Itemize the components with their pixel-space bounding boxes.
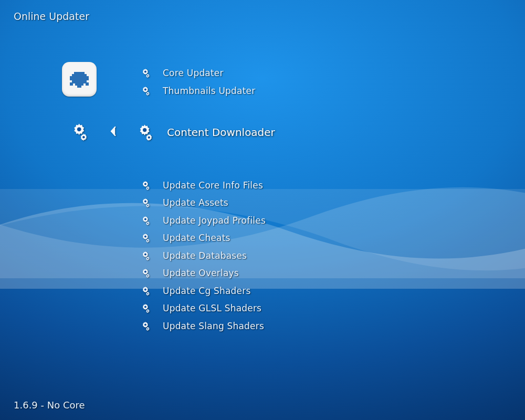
chevron-left-icon	[109, 125, 118, 138]
menu-item-label: Update Slang Shaders	[163, 321, 264, 331]
gear-icon	[134, 123, 153, 142]
menu-item-label: Thumbnails Updater	[163, 86, 255, 96]
menu-item-update-databases[interactable]: Update Databases	[140, 247, 266, 265]
status-bar: 1.6.9 - No Core	[14, 400, 85, 411]
gear-icon	[140, 68, 150, 78]
retroarch-invader-icon	[67, 69, 92, 90]
gear-icon	[140, 303, 150, 313]
menu-item-thumbnails-updater[interactable]: Thumbnails Updater	[140, 82, 255, 100]
menu-item-core-updater[interactable]: Core Updater	[140, 64, 255, 82]
menu-item-update-assets[interactable]: Update Assets	[140, 194, 266, 212]
menu-item-label: Update GLSL Shaders	[163, 303, 261, 313]
gear-icon	[140, 86, 150, 96]
menu-group-bottom: Update Core Info Files Update Assets Upd…	[140, 176, 266, 335]
app-tile	[62, 62, 97, 97]
menu-item-label: Update Cg Shaders	[163, 286, 251, 296]
gear-icon	[140, 233, 150, 243]
menu-item-label: Core Updater	[163, 68, 224, 78]
menu-item-update-cg-shaders[interactable]: Update Cg Shaders	[140, 282, 266, 300]
gear-icon	[140, 321, 150, 331]
menu-item-update-glsl-shaders[interactable]: Update GLSL Shaders	[140, 300, 266, 318]
menu-item-label: Update Overlays	[163, 268, 239, 278]
category-gear-icon	[68, 122, 88, 142]
gear-icon	[140, 215, 150, 226]
menu-item-update-joypad-profiles[interactable]: Update Joypad Profiles	[140, 212, 266, 229]
menu-item-update-core-info-files[interactable]: Update Core Info Files	[140, 176, 266, 194]
menu-item-label: Update Databases	[163, 250, 247, 261]
menu-group-top: Core Updater Thumbnails Updater	[140, 64, 255, 100]
menu-item-label: Update Cheats	[163, 233, 230, 243]
page-title: Online Updater	[14, 10, 89, 22]
menu-item-content-downloader[interactable]: Content Downloader	[134, 123, 275, 142]
gear-icon	[140, 286, 150, 296]
menu-item-update-overlays[interactable]: Update Overlays	[140, 265, 266, 282]
menu-item-label: Update Core Info Files	[163, 180, 263, 191]
gear-icon	[140, 180, 150, 191]
gear-icon	[140, 250, 150, 261]
menu-item-update-slang-shaders[interactable]: Update Slang Shaders	[140, 317, 266, 335]
back-arrow[interactable]	[109, 125, 120, 139]
menu-item-label: Update Assets	[163, 197, 228, 208]
menu-item-label: Update Joypad Profiles	[163, 215, 266, 226]
gear-icon	[140, 268, 150, 278]
menu-item-update-cheats[interactable]: Update Cheats	[140, 229, 266, 247]
menu-item-label: Content Downloader	[167, 126, 275, 139]
gear-icon	[140, 197, 150, 208]
